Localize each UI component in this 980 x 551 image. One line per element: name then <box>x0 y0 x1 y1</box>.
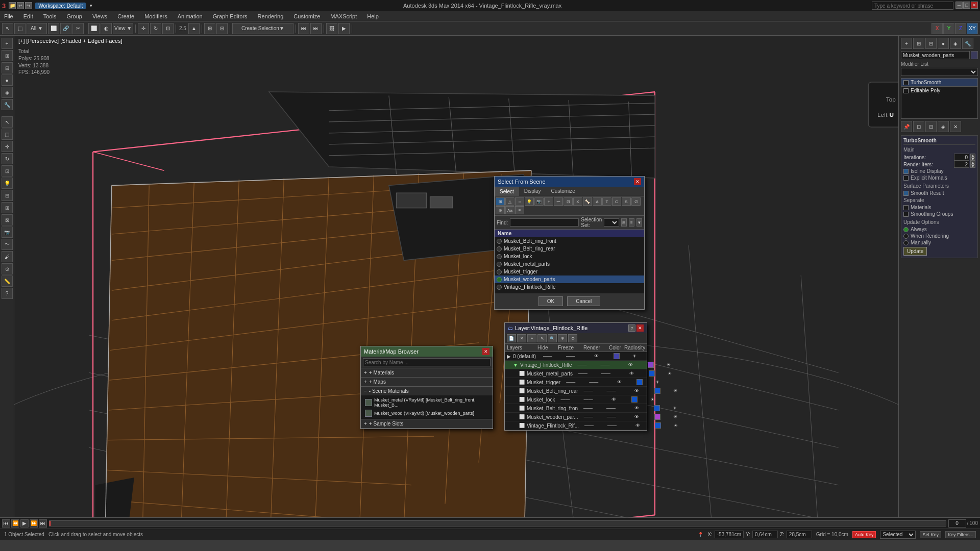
array-btn[interactable]: ⊠ <box>2 214 13 226</box>
menu-tools[interactable]: Tools <box>41 13 59 19</box>
show-before-btn[interactable]: ⊟ <box>925 121 937 132</box>
select-dialog-titlebar[interactable]: Select From Scene ✕ <box>495 177 644 187</box>
select-dialog-close-btn[interactable]: ✕ <box>634 178 641 185</box>
panel-create-icon[interactable]: + <box>901 38 912 49</box>
materials-checkbox[interactable] <box>903 205 909 210</box>
manually-radio[interactable] <box>903 240 909 245</box>
filter-dropdown[interactable]: All ▼ <box>27 23 47 34</box>
layer-freeze-5[interactable]: —— <box>576 397 601 402</box>
select-sort-color-btn[interactable]: C <box>612 197 621 206</box>
layer-render-2[interactable]: 👁 <box>619 371 644 376</box>
select-sort-size-btn[interactable]: S <box>622 197 631 206</box>
select-tab-customize[interactable]: Customize <box>546 187 580 196</box>
menu-edit[interactable]: Edit <box>21 13 35 19</box>
select-cameras-btn[interactable]: 📷 <box>534 197 544 206</box>
menu-help[interactable]: Help <box>365 13 381 19</box>
layer-render-0[interactable]: 👁 <box>583 354 609 359</box>
undo-btn[interactable]: ↩ <box>17 2 24 9</box>
list-item-5[interactable]: Musket_wooden_parts <box>495 276 644 283</box>
panel-hierarchy-icon[interactable]: ⊟ <box>925 38 937 49</box>
show-end-btn[interactable]: ⊡ <box>913 121 924 132</box>
align-lt-btn[interactable]: ⊟ <box>2 190 13 201</box>
space-warp-btn[interactable]: 〜 <box>2 239 13 250</box>
render-setup-btn[interactable]: 🖼 <box>326 23 337 34</box>
select-case-btn[interactable]: Aa <box>505 206 514 214</box>
selection-set-dropdown[interactable] <box>604 218 619 227</box>
layer-radiosity-2[interactable]: ☀ <box>659 371 680 376</box>
timeline-prev-btn[interactable]: ⏪ <box>11 519 19 528</box>
layer-freeze-2[interactable]: —— <box>593 371 619 376</box>
layer-freeze-1[interactable]: —— <box>592 362 618 367</box>
layer-row-2[interactable]: ⬜ Musket_metal_parts —— —— 👁 ☀ <box>505 369 647 378</box>
place-highlight-btn[interactable]: 💡 <box>2 178 13 189</box>
layer-color-2[interactable] <box>644 370 659 377</box>
layer-color-8[interactable] <box>650 422 666 429</box>
select-sort-type-btn[interactable]: T <box>602 197 611 206</box>
mat-item-0[interactable]: Musket_metal (VRayMtl) [Musket_Belt_ring… <box>363 396 491 409</box>
list-item-1[interactable]: Musket_Belt_ring_rear <box>495 245 644 253</box>
render-iters-down[interactable]: ▼ <box>970 164 975 168</box>
layer-radiosity-8[interactable]: ☀ <box>666 423 686 428</box>
cancel-button[interactable]: Cancel <box>567 296 600 306</box>
snapshot-btn[interactable]: 📷 <box>2 227 13 238</box>
layers-settings-btn[interactable]: ⚙ <box>568 334 577 342</box>
list-item-4[interactable]: Musket_trigger <box>495 268 644 276</box>
layer-freeze-0[interactable]: —— <box>558 354 583 359</box>
layer-hide-7[interactable]: —— <box>578 414 599 419</box>
panel-display-icon[interactable]: ◈ <box>950 38 961 49</box>
object-color-btn[interactable] <box>971 51 978 59</box>
layer-hide-5[interactable]: —— <box>555 397 576 402</box>
menu-graph-editors[interactable]: Graph Editors <box>211 13 250 19</box>
layer-render-4[interactable]: 👁 <box>624 388 650 393</box>
layer-color-6[interactable] <box>649 405 665 411</box>
scale-btn[interactable]: ⊡ <box>162 23 174 34</box>
layer-freeze-7[interactable]: —— <box>599 414 624 419</box>
box-mode-btn[interactable]: ⬜ <box>88 23 100 34</box>
layer-color-7[interactable] <box>650 414 665 420</box>
anim-prev-btn[interactable]: ⏮ <box>298 23 309 34</box>
sample-slots-header[interactable]: + + Sample Slots <box>361 419 493 428</box>
iterations-down[interactable]: ▼ <box>970 157 975 161</box>
menu-modifiers[interactable]: Modifiers <box>142 13 169 19</box>
materials-section-header[interactable]: + + Materials <box>361 368 493 377</box>
menu-views[interactable]: Views <box>90 13 109 19</box>
view-btn[interactable]: View ▼ <box>113 23 133 34</box>
list-item-6[interactable]: Vintage_Flintlock_Rifle <box>495 283 644 291</box>
layers-delete-btn[interactable]: ✕ <box>517 334 526 342</box>
layers-add-btn[interactable]: + <box>527 334 536 342</box>
layer-row-0[interactable]: ▶ 0 (default) —— —— 👁 ☀ <box>505 352 647 361</box>
layers-titlebar[interactable]: 🗂 Layer:Vintage_Flintlock_Rifle ? ✕ <box>505 323 647 333</box>
layer-radiosity-4[interactable]: ☀ <box>665 388 685 393</box>
ok-button[interactable]: OK <box>538 296 563 306</box>
timeline-end-btn[interactable]: ⏭ <box>39 519 47 528</box>
layer-color-3[interactable] <box>632 379 647 385</box>
key-filters-button[interactable]: Key Filters... <box>945 531 976 538</box>
layer-row-1[interactable]: ▼ Vintage_Flintlock_Rifle —— —— 👁 ☀ <box>505 361 647 369</box>
layer-freeze-6[interactable]: —— <box>598 406 624 411</box>
layers-select-btn[interactable]: ↖ <box>537 334 547 342</box>
layer-radiosity-3[interactable]: ☀ <box>647 380 668 385</box>
rotate-lt-btn[interactable]: ↻ <box>2 153 13 164</box>
anim-next-btn[interactable]: ⏭ <box>310 23 322 34</box>
select-list-view-btn[interactable]: ≡ <box>515 206 524 214</box>
select-all-types-btn[interactable]: ⊞ <box>496 197 505 206</box>
layers-new-btn[interactable]: 📄 <box>507 334 516 342</box>
layer-row-5[interactable]: ⬜ Musket_lock —— —— 👁 ☀ <box>505 395 647 404</box>
layer-freeze-8[interactable]: —— <box>599 423 625 428</box>
select-tool-btn[interactable]: ↖ <box>2 23 13 34</box>
layer-row-3[interactable]: ⬜ Musket_trigger —— —— 👁 ☀ <box>505 378 647 387</box>
layers-freeze-btn[interactable]: ❄ <box>558 334 567 342</box>
rotate-btn[interactable]: ↻ <box>150 23 161 34</box>
scale-lt-btn[interactable]: ⊡ <box>2 165 13 177</box>
layer-render-1[interactable]: 👁 <box>618 362 643 367</box>
select-invert-btn[interactable]: ⊘ <box>496 206 505 214</box>
layer-radiosity-5[interactable]: ☀ <box>642 397 663 402</box>
menu-customize[interactable]: Customize <box>291 13 322 19</box>
scene-materials-header[interactable]: − - Scene Materials <box>361 387 493 395</box>
select-groups-btn[interactable]: ⊡ <box>564 197 573 206</box>
list-item-2[interactable]: Musket_lock <box>495 253 644 260</box>
help-lt-btn[interactable]: ? <box>2 288 13 299</box>
layer-row-6[interactable]: ⬜ Musket_Belt_ring_fron —— —— 👁 ☀ <box>505 404 647 413</box>
layers-help-btn[interactable]: ? <box>628 324 635 332</box>
select-dialog-list[interactable]: Musket_Belt_ring_front Musket_Belt_ring_… <box>495 237 644 293</box>
